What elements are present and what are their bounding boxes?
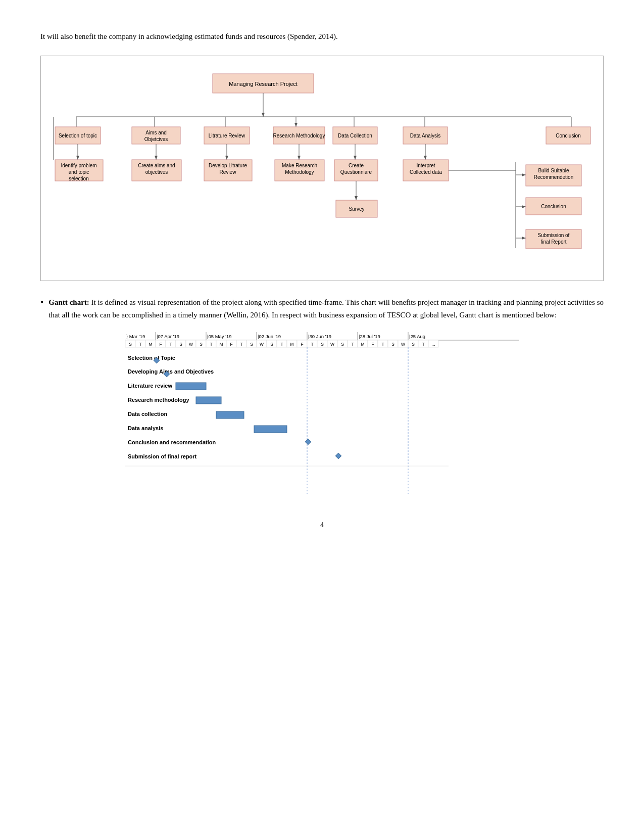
svg-text:S: S xyxy=(270,342,273,347)
svg-rect-137 xyxy=(335,453,341,458)
svg-text:S: S xyxy=(321,342,324,347)
svg-text:F: F xyxy=(230,342,232,347)
svg-text:S: S xyxy=(200,342,203,347)
svg-text:W: W xyxy=(259,342,263,347)
svg-text:T: T xyxy=(139,342,141,347)
svg-text:Questionniare: Questionniare xyxy=(340,169,372,175)
node-litrature: Litrature Review xyxy=(209,133,245,138)
svg-text:F: F xyxy=(301,342,303,347)
svg-text:S: S xyxy=(179,342,182,347)
svg-text:T: T xyxy=(280,342,283,347)
gantt-chart: } Mar '19 |07 Apr '19 |05 May '19 |02 Ju… xyxy=(125,332,519,501)
svg-text:|02 Jun '19: |02 Jun '19 xyxy=(258,334,281,339)
svg-text:W: W xyxy=(401,342,405,347)
svg-text:M: M xyxy=(290,342,293,347)
svg-text:S: S xyxy=(250,342,253,347)
svg-text:|07 Apr '19: |07 Apr '19 xyxy=(157,334,179,339)
node-create-quest: Create xyxy=(349,163,364,168)
svg-text:M: M xyxy=(148,342,152,347)
flowchart-svg: Managing Research Project Selection of t… xyxy=(46,66,599,268)
svg-text:|25 Aug: |25 Aug xyxy=(409,334,425,339)
node-make-research: Make Research xyxy=(282,163,317,168)
node-aims: Aims and xyxy=(145,130,167,135)
svg-text:W: W xyxy=(330,342,334,347)
node-conclusion2: Conclusion xyxy=(541,204,566,209)
svg-text:Objetcives: Objetcives xyxy=(144,136,168,142)
svg-text:Recommendetion: Recommendetion xyxy=(534,174,573,180)
svg-rect-133 xyxy=(196,397,221,404)
page-number: 4 xyxy=(40,521,604,529)
node-submission: Submission of xyxy=(538,233,570,238)
gantt-task-1: Selection of Topic xyxy=(128,355,175,361)
svg-text:and topic: and topic xyxy=(69,169,89,175)
gantt-task-4: Research methodology xyxy=(128,397,190,403)
node-create-aims: Create aims and xyxy=(138,163,175,168)
svg-text:W: W xyxy=(188,342,192,347)
node-data-col: Data Collection xyxy=(338,133,372,138)
diagram-title: Managing Research Project xyxy=(229,81,298,87)
node-conclusion: Conclusion xyxy=(556,133,580,138)
svg-text:final Report: final Report xyxy=(540,239,566,245)
svg-text:T: T xyxy=(311,342,313,347)
svg-text:Collected data: Collected data xyxy=(410,169,442,175)
node-selection: Selection of topic xyxy=(59,133,97,138)
svg-text:objectives: objectives xyxy=(145,169,168,175)
svg-text:S: S xyxy=(391,342,394,347)
svg-rect-136 xyxy=(305,439,311,444)
svg-text:T: T xyxy=(210,342,212,347)
svg-text:...: ... xyxy=(431,342,435,347)
intro-paragraph: It will also benefit the company in ackn… xyxy=(40,30,604,43)
svg-text:} Mar '19: } Mar '19 xyxy=(126,334,145,339)
svg-text:T: T xyxy=(240,342,242,347)
gantt-task-3: Literature review xyxy=(128,383,172,389)
svg-text:F: F xyxy=(371,342,374,347)
flowchart-diagram: Managing Research Project Selection of t… xyxy=(40,56,604,281)
gantt-task-8: Submission of final report xyxy=(128,453,197,459)
svg-text:M: M xyxy=(219,342,223,347)
svg-text:Methodology: Methodology xyxy=(285,169,314,175)
node-interpret: Interpret xyxy=(416,163,435,168)
node-data-anal: Data Analysis xyxy=(410,133,441,138)
gantt-description: It is defined as visual representation o… xyxy=(48,298,604,319)
svg-text:selection: selection xyxy=(69,176,88,181)
svg-text:T: T xyxy=(422,342,424,347)
svg-text:S: S xyxy=(129,342,132,347)
svg-text:T: T xyxy=(169,342,172,347)
bullet-section: • Gantt chart: It is defined as visual r… xyxy=(40,296,604,322)
svg-text:|28 Jul '19: |28 Jul '19 xyxy=(359,334,380,339)
svg-text:S: S xyxy=(412,342,415,347)
gantt-task-7: Conclusion and recommendation xyxy=(128,439,216,445)
node-identify: Identify problem xyxy=(61,163,96,168)
svg-text:T: T xyxy=(381,342,384,347)
gantt-label: Gantt chart: xyxy=(48,298,89,306)
node-develop-lit: Develop Litrature xyxy=(209,163,247,168)
svg-rect-134 xyxy=(216,411,244,419)
svg-text:|30 Jun '19: |30 Jun '19 xyxy=(308,334,331,339)
bullet-text: Gantt chart: It is defined as visual rep… xyxy=(48,296,604,322)
svg-text:T: T xyxy=(351,342,354,347)
node-research-meth: Research Methodology xyxy=(273,133,325,138)
gantt-task-2: Developing Aims and Objectives xyxy=(128,368,214,375)
svg-text:|05 May '19: |05 May '19 xyxy=(207,334,232,339)
svg-rect-135 xyxy=(254,426,287,433)
bullet-dot: • xyxy=(40,296,43,309)
gantt-svg: } Mar '19 |07 Apr '19 |05 May '19 |02 Ju… xyxy=(125,332,519,499)
node-build-suit: Build Suitable xyxy=(538,168,569,173)
svg-text:F: F xyxy=(159,342,162,347)
svg-text:Review: Review xyxy=(220,169,237,175)
gantt-task-6: Data analysis xyxy=(128,425,163,431)
svg-text:S: S xyxy=(341,342,344,347)
node-survey: Survey xyxy=(349,206,364,212)
gantt-task-5: Data collection xyxy=(128,411,168,417)
svg-text:M: M xyxy=(361,342,364,347)
svg-rect-132 xyxy=(176,383,206,390)
